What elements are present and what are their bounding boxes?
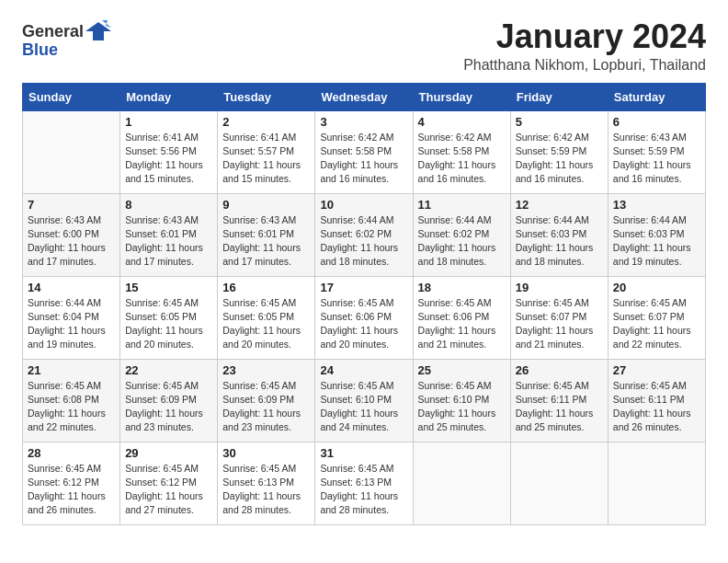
day-detail: Sunrise: 6:45 AMSunset: 6:11 PMDaylight:… [516,379,603,435]
day-detail: Sunrise: 6:45 AMSunset: 6:10 PMDaylight:… [418,379,506,435]
calendar-week-row: 28Sunrise: 6:45 AMSunset: 6:12 PMDayligh… [23,442,706,524]
day-detail: Sunrise: 6:44 AMSunset: 6:03 PMDaylight:… [613,213,700,270]
day-detail: Sunrise: 6:45 AMSunset: 6:05 PMDaylight:… [222,296,310,352]
calendar-cell [413,442,510,524]
calendar-cell: 18Sunrise: 6:45 AMSunset: 6:06 PMDayligh… [413,276,510,359]
day-detail: Sunrise: 6:45 AMSunset: 6:10 PMDaylight:… [320,379,407,435]
calendar-cell: 26Sunrise: 6:45 AMSunset: 6:11 PMDayligh… [510,359,608,442]
day-number: 8 [125,198,212,212]
day-detail: Sunrise: 6:41 AMSunset: 5:57 PMDaylight:… [222,131,310,187]
weekday-header-row: SundayMondayTuesdayWednesdayThursdayFrid… [23,83,706,110]
calendar-cell: 31Sunrise: 6:45 AMSunset: 6:13 PMDayligh… [315,442,413,524]
calendar-cell: 29Sunrise: 6:45 AMSunset: 6:12 PMDayligh… [120,442,218,524]
day-number: 13 [613,198,700,212]
calendar-cell: 24Sunrise: 6:45 AMSunset: 6:10 PMDayligh… [315,359,413,442]
title-area: January 2024 Phatthana Nikhom, Lopburi, … [463,18,706,74]
weekday-header-friday: Friday [510,83,608,110]
day-number: 12 [516,198,603,212]
calendar-week-row: 14Sunrise: 6:44 AMSunset: 6:04 PMDayligh… [23,276,706,359]
day-number: 25 [418,363,506,377]
calendar-week-row: 1Sunrise: 6:41 AMSunset: 5:56 PMDaylight… [23,110,706,193]
day-detail: Sunrise: 6:42 AMSunset: 5:59 PMDaylight:… [516,131,603,187]
day-detail: Sunrise: 6:45 AMSunset: 6:09 PMDaylight:… [222,379,310,435]
logo-text-blue: Blue [22,40,58,60]
day-number: 11 [418,198,506,212]
day-number: 23 [222,363,310,377]
weekday-header-tuesday: Tuesday [218,83,315,110]
day-number: 3 [320,115,407,129]
day-number: 29 [125,446,212,460]
day-detail: Sunrise: 6:45 AMSunset: 6:06 PMDaylight:… [418,296,506,352]
day-number: 17 [320,281,407,294]
day-number: 31 [320,446,407,460]
day-detail: Sunrise: 6:44 AMSunset: 6:02 PMDaylight:… [320,213,407,270]
calendar-cell: 14Sunrise: 6:44 AMSunset: 6:04 PMDayligh… [23,276,120,359]
calendar-cell: 7Sunrise: 6:43 AMSunset: 6:00 PMDaylight… [23,193,120,276]
calendar-cell: 6Sunrise: 6:43 AMSunset: 5:59 PMDaylight… [608,110,705,193]
day-number: 19 [516,281,603,294]
day-detail: Sunrise: 6:43 AMSunset: 6:01 PMDaylight:… [222,213,310,270]
calendar-cell: 19Sunrise: 6:45 AMSunset: 6:07 PMDayligh… [510,276,608,359]
calendar-cell: 12Sunrise: 6:44 AMSunset: 6:03 PMDayligh… [510,193,608,276]
page-header: General Blue January 2024 Phatthana Nikh… [22,18,706,74]
calendar-cell: 20Sunrise: 6:45 AMSunset: 6:07 PMDayligh… [608,276,705,359]
calendar-cell: 8Sunrise: 6:43 AMSunset: 6:01 PMDaylight… [120,193,218,276]
calendar-cell [608,442,705,524]
weekday-header-sunday: Sunday [23,83,120,110]
day-number: 20 [613,281,700,294]
day-number: 14 [28,281,115,294]
day-detail: Sunrise: 6:45 AMSunset: 6:13 PMDaylight:… [222,462,310,518]
calendar-table: SundayMondayTuesdayWednesdayThursdayFrid… [22,83,706,525]
calendar-cell: 23Sunrise: 6:45 AMSunset: 6:09 PMDayligh… [218,359,315,442]
logo: General Blue [22,18,111,60]
day-number: 27 [613,363,700,377]
day-detail: Sunrise: 6:45 AMSunset: 6:07 PMDaylight:… [613,296,700,352]
calendar-cell: 16Sunrise: 6:45 AMSunset: 6:05 PMDayligh… [218,276,315,359]
day-number: 30 [222,446,310,460]
day-number: 26 [516,363,603,377]
day-detail: Sunrise: 6:45 AMSunset: 6:06 PMDaylight:… [320,296,407,352]
calendar-cell: 27Sunrise: 6:45 AMSunset: 6:11 PMDayligh… [608,359,705,442]
day-number: 5 [516,115,603,129]
day-detail: Sunrise: 6:42 AMSunset: 5:58 PMDaylight:… [320,131,407,187]
calendar-cell: 3Sunrise: 6:42 AMSunset: 5:58 PMDaylight… [315,110,413,193]
weekday-header-saturday: Saturday [608,83,705,110]
calendar-cell: 28Sunrise: 6:45 AMSunset: 6:12 PMDayligh… [23,442,120,524]
day-number: 16 [222,281,310,294]
day-detail: Sunrise: 6:45 AMSunset: 6:09 PMDaylight:… [125,379,212,435]
location-subtitle: Phatthana Nikhom, Lopburi, Thailand [463,57,706,74]
day-detail: Sunrise: 6:45 AMSunset: 6:07 PMDaylight:… [516,296,603,352]
calendar-cell: 21Sunrise: 6:45 AMSunset: 6:08 PMDayligh… [23,359,120,442]
day-detail: Sunrise: 6:41 AMSunset: 5:56 PMDaylight:… [125,131,212,187]
day-number: 6 [613,115,700,129]
calendar-week-row: 21Sunrise: 6:45 AMSunset: 6:08 PMDayligh… [23,359,706,442]
weekday-header-thursday: Thursday [413,83,510,110]
calendar-week-row: 7Sunrise: 6:43 AMSunset: 6:00 PMDaylight… [23,193,706,276]
logo-bird-icon [85,18,111,44]
day-number: 22 [125,363,212,377]
day-number: 15 [125,281,212,294]
day-number: 2 [222,115,310,129]
calendar-cell: 17Sunrise: 6:45 AMSunset: 6:06 PMDayligh… [315,276,413,359]
calendar-cell: 2Sunrise: 6:41 AMSunset: 5:57 PMDaylight… [218,110,315,193]
day-number: 10 [320,198,407,212]
calendar-cell: 30Sunrise: 6:45 AMSunset: 6:13 PMDayligh… [218,442,315,524]
calendar-cell: 11Sunrise: 6:44 AMSunset: 6:02 PMDayligh… [413,193,510,276]
day-detail: Sunrise: 6:45 AMSunset: 6:05 PMDaylight:… [125,296,212,352]
day-number: 9 [222,198,310,212]
weekday-header-wednesday: Wednesday [315,83,413,110]
day-detail: Sunrise: 6:43 AMSunset: 6:01 PMDaylight:… [125,213,212,270]
day-number: 1 [125,115,212,129]
calendar-cell [510,442,608,524]
day-detail: Sunrise: 6:45 AMSunset: 6:08 PMDaylight:… [28,379,115,435]
day-detail: Sunrise: 6:42 AMSunset: 5:58 PMDaylight:… [418,131,506,187]
day-detail: Sunrise: 6:45 AMSunset: 6:12 PMDaylight:… [125,462,212,518]
day-detail: Sunrise: 6:45 AMSunset: 6:12 PMDaylight:… [28,462,115,518]
day-detail: Sunrise: 6:45 AMSunset: 6:11 PMDaylight:… [613,379,700,435]
day-number: 28 [28,446,115,460]
calendar-cell: 5Sunrise: 6:42 AMSunset: 5:59 PMDaylight… [510,110,608,193]
day-detail: Sunrise: 6:43 AMSunset: 5:59 PMDaylight:… [613,131,700,187]
day-detail: Sunrise: 6:44 AMSunset: 6:03 PMDaylight:… [516,213,603,270]
day-number: 21 [28,363,115,377]
weekday-header-monday: Monday [120,83,218,110]
